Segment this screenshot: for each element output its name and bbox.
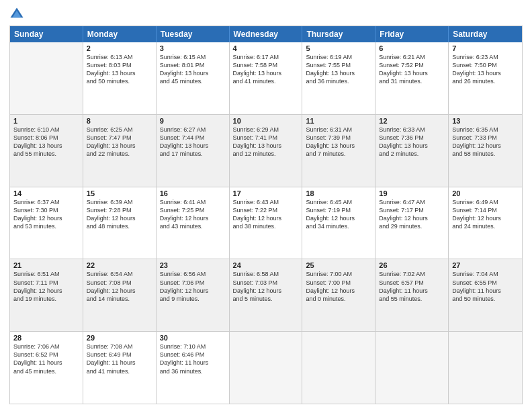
- cell-text: Sunrise: 6:10 AM Sunset: 8:06 PM Dayligh…: [13, 126, 79, 158]
- calendar: SundayMondayTuesdayWednesdayThursdayFrid…: [9, 26, 523, 404]
- calendar-cell: [375, 332, 449, 404]
- cell-text: Sunrise: 6:56 AM Sunset: 7:06 PM Dayligh…: [160, 270, 226, 303]
- calendar-row: 1Sunrise: 6:10 AM Sunset: 8:06 PM Daylig…: [10, 114, 522, 187]
- calendar-cell: 13Sunrise: 6:35 AM Sunset: 7:33 PM Dayli…: [449, 115, 522, 187]
- day-number: 20: [452, 189, 519, 197]
- cell-text: Sunrise: 6:47 AM Sunset: 7:17 PM Dayligh…: [379, 198, 445, 231]
- calendar-header-cell: Wednesday: [230, 26, 303, 42]
- day-number: 25: [306, 261, 371, 269]
- cell-text: Sunrise: 7:10 AM Sunset: 6:46 PM Dayligh…: [160, 342, 226, 375]
- day-number: 6: [379, 44, 445, 52]
- calendar-cell: 7Sunrise: 6:23 AM Sunset: 7:50 PM Daylig…: [449, 42, 522, 114]
- calendar-cell: [449, 332, 522, 404]
- day-number: 12: [379, 117, 445, 125]
- day-number: 29: [87, 334, 152, 342]
- calendar-row: 14Sunrise: 6:37 AM Sunset: 7:30 PM Dayli…: [10, 187, 522, 259]
- calendar-cell: [230, 332, 303, 404]
- day-number: 22: [87, 261, 152, 269]
- cell-text: Sunrise: 6:13 AM Sunset: 8:03 PM Dayligh…: [87, 53, 152, 86]
- day-number: 2: [87, 44, 152, 52]
- day-number: 18: [306, 189, 371, 197]
- calendar-cell: 12Sunrise: 6:33 AM Sunset: 7:36 PM Dayli…: [375, 115, 449, 187]
- calendar-cell: 6Sunrise: 6:21 AM Sunset: 7:52 PM Daylig…: [375, 42, 449, 114]
- calendar-header-row: SundayMondayTuesdayWednesdayThursdayFrid…: [10, 26, 522, 42]
- calendar-cell: [10, 42, 83, 114]
- calendar-cell: 3Sunrise: 6:15 AM Sunset: 8:01 PM Daylig…: [157, 42, 230, 114]
- calendar-row: 21Sunrise: 6:51 AM Sunset: 7:11 PM Dayli…: [10, 259, 522, 331]
- calendar-row: 28Sunrise: 7:06 AM Sunset: 6:52 PM Dayli…: [10, 331, 522, 404]
- calendar-cell: [302, 332, 375, 404]
- cell-text: Sunrise: 6:58 AM Sunset: 7:03 PM Dayligh…: [233, 270, 299, 303]
- cell-text: Sunrise: 7:04 AM Sunset: 6:55 PM Dayligh…: [452, 270, 519, 303]
- cell-text: Sunrise: 6:45 AM Sunset: 7:19 PM Dayligh…: [306, 198, 371, 231]
- calendar-cell: 22Sunrise: 6:54 AM Sunset: 7:08 PM Dayli…: [83, 259, 157, 331]
- calendar-row: 2Sunrise: 6:13 AM Sunset: 8:03 PM Daylig…: [10, 42, 522, 114]
- cell-text: Sunrise: 6:39 AM Sunset: 7:28 PM Dayligh…: [87, 198, 152, 231]
- calendar-cell: 26Sunrise: 7:02 AM Sunset: 6:57 PM Dayli…: [375, 259, 449, 331]
- day-number: 16: [160, 189, 226, 197]
- cell-text: Sunrise: 6:54 AM Sunset: 7:08 PM Dayligh…: [87, 270, 152, 303]
- calendar-cell: 9Sunrise: 6:27 AM Sunset: 7:44 PM Daylig…: [157, 115, 230, 187]
- day-number: 1: [13, 117, 79, 125]
- day-number: 13: [452, 117, 519, 125]
- calendar-cell: 2Sunrise: 6:13 AM Sunset: 8:03 PM Daylig…: [83, 42, 157, 114]
- day-number: 11: [306, 117, 371, 125]
- calendar-cell: 4Sunrise: 6:17 AM Sunset: 7:58 PM Daylig…: [230, 42, 303, 114]
- day-number: 21: [13, 261, 79, 269]
- cell-text: Sunrise: 7:06 AM Sunset: 6:52 PM Dayligh…: [13, 342, 79, 375]
- cell-text: Sunrise: 6:25 AM Sunset: 7:47 PM Dayligh…: [87, 126, 152, 158]
- calendar-cell: 23Sunrise: 6:56 AM Sunset: 7:06 PM Dayli…: [157, 259, 230, 331]
- day-number: 15: [87, 189, 152, 197]
- cell-text: Sunrise: 6:23 AM Sunset: 7:50 PM Dayligh…: [452, 53, 519, 86]
- calendar-cell: 16Sunrise: 6:41 AM Sunset: 7:25 PM Dayli…: [157, 187, 230, 259]
- calendar-body: 2Sunrise: 6:13 AM Sunset: 8:03 PM Daylig…: [10, 42, 522, 404]
- day-number: 27: [452, 261, 519, 269]
- cell-text: Sunrise: 7:00 AM Sunset: 7:00 PM Dayligh…: [306, 270, 371, 303]
- cell-text: Sunrise: 6:41 AM Sunset: 7:25 PM Dayligh…: [160, 198, 226, 231]
- day-number: 10: [233, 117, 299, 125]
- cell-text: Sunrise: 6:17 AM Sunset: 7:58 PM Dayligh…: [233, 53, 299, 86]
- cell-text: Sunrise: 6:43 AM Sunset: 7:22 PM Dayligh…: [233, 198, 299, 231]
- calendar-cell: 1Sunrise: 6:10 AM Sunset: 8:06 PM Daylig…: [10, 115, 83, 187]
- calendar-cell: 11Sunrise: 6:31 AM Sunset: 7:39 PM Dayli…: [302, 115, 375, 187]
- cell-text: Sunrise: 6:51 AM Sunset: 7:11 PM Dayligh…: [13, 270, 79, 303]
- calendar-cell: 30Sunrise: 7:10 AM Sunset: 6:46 PM Dayli…: [157, 332, 230, 404]
- day-number: 28: [13, 334, 79, 342]
- calendar-cell: 8Sunrise: 6:25 AM Sunset: 7:47 PM Daylig…: [83, 115, 157, 187]
- day-number: 14: [13, 189, 79, 197]
- calendar-cell: 15Sunrise: 6:39 AM Sunset: 7:28 PM Dayli…: [83, 187, 157, 259]
- calendar-cell: 29Sunrise: 7:08 AM Sunset: 6:49 PM Dayli…: [83, 332, 157, 404]
- day-number: 4: [233, 44, 299, 52]
- cell-text: Sunrise: 6:19 AM Sunset: 7:55 PM Dayligh…: [306, 53, 371, 86]
- cell-text: Sunrise: 6:29 AM Sunset: 7:41 PM Dayligh…: [233, 126, 299, 158]
- calendar-header-cell: Saturday: [449, 26, 522, 42]
- day-number: 9: [160, 117, 226, 125]
- day-number: 23: [160, 261, 226, 269]
- day-number: 7: [452, 44, 519, 52]
- calendar-header-cell: Monday: [83, 26, 157, 42]
- cell-text: Sunrise: 6:33 AM Sunset: 7:36 PM Dayligh…: [379, 126, 445, 158]
- cell-text: Sunrise: 6:49 AM Sunset: 7:14 PM Dayligh…: [452, 198, 519, 231]
- calendar-header-cell: Tuesday: [157, 26, 230, 42]
- page: SundayMondayTuesdayWednesdayThursdayFrid…: [0, 0, 532, 411]
- calendar-cell: 18Sunrise: 6:45 AM Sunset: 7:19 PM Dayli…: [302, 187, 375, 259]
- calendar-cell: 25Sunrise: 7:00 AM Sunset: 7:00 PM Dayli…: [302, 259, 375, 331]
- logo: [9, 7, 27, 21]
- calendar-cell: 14Sunrise: 6:37 AM Sunset: 7:30 PM Dayli…: [10, 187, 83, 259]
- calendar-cell: 17Sunrise: 6:43 AM Sunset: 7:22 PM Dayli…: [230, 187, 303, 259]
- day-number: 19: [379, 189, 445, 197]
- cell-text: Sunrise: 6:21 AM Sunset: 7:52 PM Dayligh…: [379, 53, 445, 86]
- day-number: 8: [87, 117, 152, 125]
- cell-text: Sunrise: 6:37 AM Sunset: 7:30 PM Dayligh…: [13, 198, 79, 231]
- calendar-cell: 21Sunrise: 6:51 AM Sunset: 7:11 PM Dayli…: [10, 259, 83, 331]
- calendar-cell: 27Sunrise: 7:04 AM Sunset: 6:55 PM Dayli…: [449, 259, 522, 331]
- logo-icon: [9, 7, 24, 21]
- day-number: 3: [160, 44, 226, 52]
- calendar-header-cell: Friday: [375, 26, 449, 42]
- cell-text: Sunrise: 6:27 AM Sunset: 7:44 PM Dayligh…: [160, 126, 226, 158]
- calendar-cell: 20Sunrise: 6:49 AM Sunset: 7:14 PM Dayli…: [449, 187, 522, 259]
- calendar-cell: 28Sunrise: 7:06 AM Sunset: 6:52 PM Dayli…: [10, 332, 83, 404]
- cell-text: Sunrise: 6:31 AM Sunset: 7:39 PM Dayligh…: [306, 126, 371, 158]
- cell-text: Sunrise: 6:15 AM Sunset: 8:01 PM Dayligh…: [160, 53, 226, 86]
- calendar-cell: 19Sunrise: 6:47 AM Sunset: 7:17 PM Dayli…: [375, 187, 449, 259]
